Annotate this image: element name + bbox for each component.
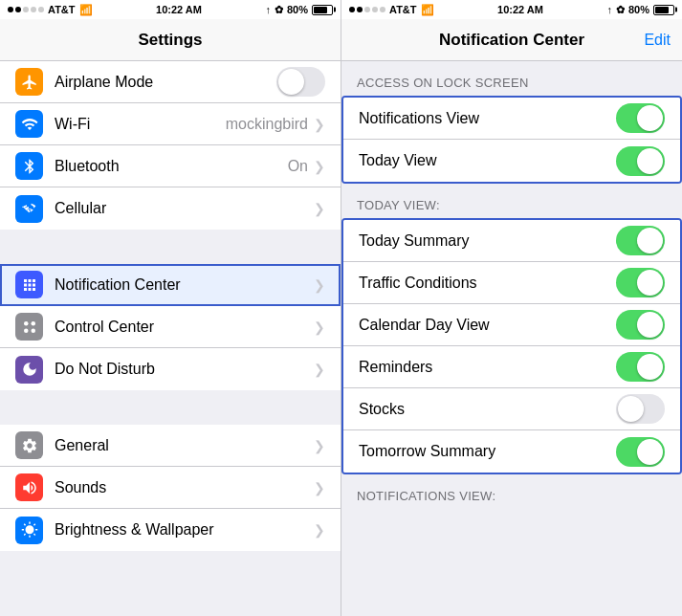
left-battery-fill [314, 7, 327, 13]
reminders-knob [637, 354, 663, 380]
right-row-today-summary[interactable]: Today Summary [343, 220, 680, 262]
right-signal-dot-4 [372, 7, 378, 12]
tomorrow-summary-label: Tomorrow Summary [359, 443, 616, 460]
svg-point-2 [24, 328, 29, 333]
notifications-view-knob [637, 105, 663, 131]
left-status-bar: AT&T 📶 10:22 AM ↑ ✿ 80% [0, 0, 341, 19]
airplane-mode-toggle[interactable] [276, 67, 325, 97]
bluetooth-icon-status: ✿ [275, 4, 283, 16]
sounds-label: Sounds [55, 479, 314, 496]
reminders-label: Reminders [359, 359, 616, 376]
left-panel: AT&T 📶 10:22 AM ↑ ✿ 80% Settings Airplan… [0, 0, 341, 616]
right-battery-fill [655, 7, 669, 13]
brightness-chevron: ❯ [314, 522, 325, 538]
reminders-toggle[interactable] [616, 352, 665, 382]
stocks-toggle[interactable] [616, 394, 665, 424]
today-summary-knob [637, 228, 663, 253]
right-row-stocks[interactable]: Stocks [343, 388, 680, 430]
tomorrow-summary-toggle[interactable] [616, 437, 665, 467]
notifications-view-toggle[interactable] [616, 103, 665, 133]
traffic-conditions-label: Traffic Conditions [359, 275, 616, 292]
left-status-right: ↑ ✿ 80% [265, 4, 333, 16]
location-icon: ↑ [265, 4, 271, 15]
tomorrow-summary-knob [637, 439, 663, 465]
setting-row-sounds[interactable]: Sounds ❯ [0, 467, 341, 509]
right-signal-dot-5 [380, 7, 385, 12]
today-summary-label: Today Summary [359, 232, 616, 250]
section-header-today-view-label: TODAY VIEW: [357, 198, 440, 212]
section-connectivity: Airplane Mode Wi-Fi mockingbird ❯ Blueto… [0, 61, 341, 230]
today-view-group: Today Summary Traffic Conditions Calenda… [341, 218, 682, 474]
section-header-lock-screen: ACCESS ON LOCK SCREEN [341, 61, 682, 96]
section-display: General ❯ Sounds ❯ Brightness & Wallpape… [0, 425, 341, 551]
section-header-notifications-view-label: NOTIFICATIONS VIEW: [357, 489, 495, 503]
left-status-left: AT&T 📶 [8, 4, 93, 16]
left-settings-list: Airplane Mode Wi-Fi mockingbird ❯ Blueto… [0, 61, 341, 616]
edit-button[interactable]: Edit [644, 32, 671, 49]
stocks-label: Stocks [359, 401, 616, 418]
calendar-day-view-toggle[interactable] [616, 310, 665, 340]
right-bt-icon: ✿ [616, 4, 625, 16]
traffic-conditions-knob [637, 270, 663, 296]
do-not-disturb-label: Do Not Disturb [55, 361, 314, 378]
right-battery-icon [653, 5, 674, 15]
signal-dots [8, 7, 44, 12]
setting-row-brightness[interactable]: Brightness & Wallpaper ❯ [0, 509, 341, 551]
stocks-knob [618, 396, 644, 422]
right-battery-pct: 80% [628, 4, 649, 15]
right-location-icon: ↑ [606, 4, 612, 15]
signal-dot-4 [31, 7, 36, 12]
right-time: 10:22 AM [497, 4, 543, 15]
right-row-traffic-conditions[interactable]: Traffic Conditions [343, 262, 680, 304]
notifications-view-label: Notifications View [359, 110, 616, 127]
right-settings-list: ACCESS ON LOCK SCREEN Notifications View… [341, 61, 682, 616]
today-view-label: Today View [359, 152, 616, 169]
right-row-notifications-view[interactable]: Notifications View [343, 98, 680, 140]
right-row-reminders[interactable]: Reminders [343, 346, 680, 388]
left-carrier: AT&T [48, 4, 76, 15]
setting-row-wifi[interactable]: Wi-Fi mockingbird ❯ [0, 103, 341, 145]
bluetooth-icon [15, 152, 43, 180]
right-status-bar: AT&T 📶 10:22 AM ↑ ✿ 80% [341, 0, 682, 19]
sounds-icon [15, 473, 43, 501]
right-panel: AT&T 📶 10:22 AM ↑ ✿ 80% ❮ Settings Notif… [341, 0, 682, 616]
airplane-mode-label: Airplane Mode [55, 74, 276, 91]
wifi-chevron: ❯ [314, 117, 325, 132]
notification-center-icon [15, 271, 43, 298]
right-row-tomorrow-summary[interactable]: Tomorrow Summary [343, 430, 680, 473]
separator-2 [0, 390, 341, 425]
right-signal-dots [349, 7, 385, 12]
cellular-icon [15, 195, 43, 223]
setting-row-cellular[interactable]: Cellular ❯ [0, 187, 341, 230]
traffic-conditions-toggle[interactable] [616, 268, 665, 297]
signal-dot-3 [23, 7, 29, 12]
setting-row-bluetooth[interactable]: Bluetooth On ❯ [0, 145, 341, 187]
right-signal-dot-2 [357, 7, 363, 12]
control-center-label: Control Center [55, 319, 314, 336]
signal-dot-5 [38, 7, 44, 12]
right-status-left: AT&T 📶 [349, 4, 434, 16]
setting-row-control-center[interactable]: Control Center ❯ [0, 306, 341, 348]
general-icon [15, 431, 43, 459]
today-view-toggle[interactable] [616, 146, 665, 176]
section-header-lock-screen-label: ACCESS ON LOCK SCREEN [357, 76, 529, 90]
setting-row-airplane-mode[interactable]: Airplane Mode [0, 61, 341, 103]
wifi-label: Wi-Fi [55, 116, 226, 133]
calendar-day-view-label: Calendar Day View [359, 317, 616, 334]
right-row-calendar-day-view[interactable]: Calendar Day View [343, 304, 680, 346]
control-center-icon [15, 313, 43, 341]
setting-row-notification-center[interactable]: Notification Center ❯ [0, 264, 341, 306]
cellular-label: Cellular [55, 200, 314, 217]
signal-dot-2 [15, 7, 21, 12]
airplane-mode-toggle-knob [278, 69, 304, 95]
setting-row-general[interactable]: General ❯ [0, 425, 341, 467]
control-center-chevron: ❯ [314, 319, 325, 335]
general-label: General [55, 437, 314, 454]
right-battery-tip [675, 8, 677, 12]
general-chevron: ❯ [314, 438, 325, 453]
today-summary-toggle[interactable] [616, 226, 665, 255]
left-battery-pct: 80% [287, 4, 308, 15]
right-row-today-view[interactable]: Today View [343, 140, 680, 182]
notification-center-label: Notification Center [55, 276, 314, 294]
setting-row-do-not-disturb[interactable]: Do Not Disturb ❯ [0, 348, 341, 390]
